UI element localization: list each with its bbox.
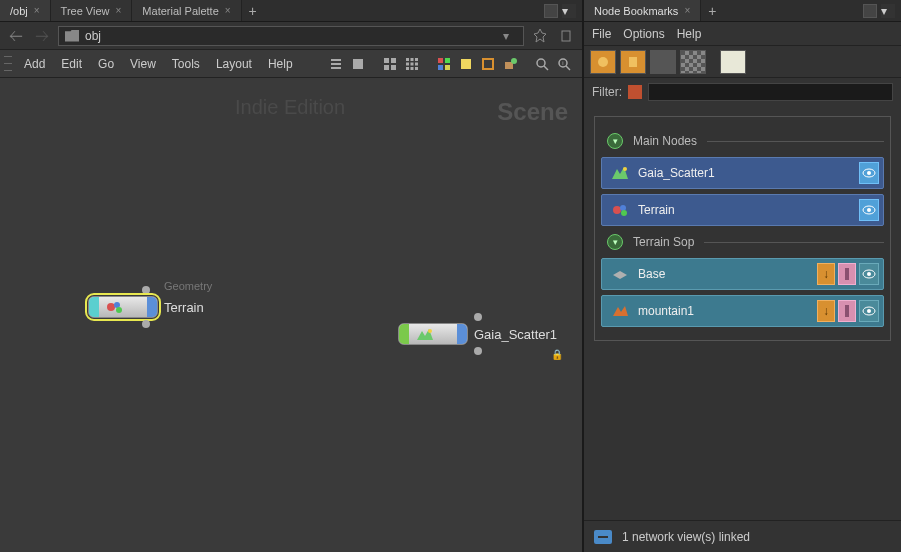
svg-rect-9 [406, 62, 409, 65]
expose-button[interactable] [556, 26, 576, 46]
tab-label: Material Palette [142, 5, 218, 17]
detail-view-icon[interactable] [348, 54, 368, 74]
filter-input[interactable] [648, 83, 893, 101]
pane-menu-button[interactable]: ▾ [562, 4, 576, 18]
left-tabs-row: /obj × Tree View × Material Palette × + … [0, 0, 582, 22]
menu-help[interactable]: Help [677, 27, 702, 41]
pane-maximize-button[interactable] [544, 4, 558, 18]
menu-go[interactable]: Go [90, 53, 122, 75]
menu-add[interactable]: Add [16, 53, 53, 75]
forward-button[interactable]: 🡢 [32, 26, 52, 46]
tag-grey-button[interactable] [650, 50, 676, 74]
pin-button[interactable] [530, 26, 550, 46]
search-icon[interactable] [532, 54, 552, 74]
network-box-icon[interactable] [478, 54, 498, 74]
tag-orange-button[interactable] [590, 50, 616, 74]
eye-button[interactable] [859, 263, 879, 285]
add-tab-button[interactable]: + [242, 3, 264, 19]
color-palette-icon[interactable] [434, 54, 454, 74]
bookmark-label: Terrain [638, 203, 851, 217]
section-toggle[interactable]: ▾ [607, 234, 623, 250]
eye-button[interactable] [859, 162, 879, 184]
chevron-down-icon[interactable]: ▾ [503, 29, 517, 43]
drag-handle-icon[interactable] [4, 54, 12, 74]
filter-icon[interactable] [628, 85, 642, 99]
back-button[interactable]: 🡠 [6, 26, 26, 46]
section-toggle[interactable]: ▾ [607, 133, 623, 149]
menu-options[interactable]: Options [623, 27, 664, 41]
tag-checker-button[interactable] [680, 50, 706, 74]
node-output-port[interactable] [142, 320, 150, 328]
svg-point-22 [511, 58, 517, 64]
right-tabs-row: Node Bookmarks × + ▾ [584, 0, 901, 22]
bookmark-base[interactable]: Base ↓ [601, 258, 884, 290]
display-flag[interactable] [89, 297, 99, 317]
sticky-note-icon[interactable] [456, 54, 476, 74]
add-tab-button[interactable]: + [701, 3, 723, 19]
render-flag[interactable] [457, 324, 467, 344]
status-text: 1 network view(s) linked [622, 530, 750, 544]
filter-row: Filter: [584, 78, 901, 106]
tag-page-button[interactable] [720, 50, 746, 74]
network-canvas[interactable]: Indie Edition Scene Geometry Terrain [0, 78, 582, 552]
svg-point-37 [621, 210, 627, 216]
close-icon[interactable]: × [684, 5, 690, 16]
pane-menu-button[interactable]: ▾ [881, 4, 895, 18]
close-icon[interactable]: × [116, 5, 122, 16]
add-item-icon[interactable] [500, 54, 520, 74]
filter-label: Filter: [592, 85, 622, 99]
menu-view[interactable]: View [122, 53, 164, 75]
bookmarks-menu-bar: File Options Help [584, 22, 901, 46]
list-view-icon[interactable] [326, 54, 346, 74]
bookmark-gaia-scatter[interactable]: Gaia_Scatter1 [601, 157, 884, 189]
tab-label: Node Bookmarks [594, 5, 678, 17]
path-input[interactable]: obj ▾ [58, 26, 524, 46]
menu-layout[interactable]: Layout [208, 53, 260, 75]
info-button[interactable] [838, 263, 856, 285]
info-search-icon[interactable]: i [554, 54, 574, 74]
menu-edit[interactable]: Edit [53, 53, 90, 75]
menu-tools[interactable]: Tools [164, 53, 208, 75]
svg-rect-43 [845, 305, 849, 317]
pane-maximize-button[interactable] [863, 4, 877, 18]
bookmark-mountain1[interactable]: mountain1 ↓ [601, 295, 884, 327]
tab-obj[interactable]: /obj × [0, 0, 51, 21]
bookmark-box: ▾ Main Nodes Gaia_Scatter1 Terrain [594, 116, 891, 341]
svg-rect-4 [384, 65, 389, 70]
node-output-port[interactable] [474, 347, 482, 355]
grid-large-icon[interactable] [402, 54, 422, 74]
svg-rect-0 [562, 31, 570, 41]
svg-rect-1 [353, 59, 363, 69]
tag-flag-button[interactable] [620, 50, 646, 74]
menu-help[interactable]: Help [260, 53, 301, 75]
tab-tree-view[interactable]: Tree View × [51, 0, 133, 21]
info-button[interactable] [838, 300, 856, 322]
close-icon[interactable]: × [225, 5, 231, 16]
render-flag[interactable] [147, 297, 157, 317]
menu-file[interactable]: File [592, 27, 611, 41]
display-flag[interactable] [399, 324, 409, 344]
node-input-port[interactable] [474, 313, 482, 321]
svg-rect-13 [411, 67, 414, 70]
eye-button[interactable] [859, 300, 879, 322]
svg-point-26 [107, 303, 115, 311]
tab-node-bookmarks[interactable]: Node Bookmarks × [584, 0, 701, 21]
section-divider [704, 242, 884, 243]
node-input-port[interactable] [142, 286, 150, 294]
watermark-context: Scene [497, 98, 568, 126]
svg-rect-18 [445, 65, 450, 70]
close-icon[interactable]: × [34, 5, 40, 16]
tab-material-palette[interactable]: Material Palette × [132, 0, 241, 21]
svg-rect-16 [445, 58, 450, 63]
down-arrow-button[interactable]: ↓ [817, 263, 835, 285]
bookmark-label: Base [638, 267, 809, 281]
bookmark-terrain[interactable]: Terrain [601, 194, 884, 226]
down-arrow-button[interactable]: ↓ [817, 300, 835, 322]
eye-button[interactable] [859, 199, 879, 221]
node-gaia-scatter[interactable]: Gaia_Scatter1 🔒 [398, 323, 557, 345]
base-icon [610, 264, 630, 284]
node-terrain[interactable]: Geometry Terrain [88, 296, 204, 318]
grid-small-icon[interactable] [380, 54, 400, 74]
svg-rect-3 [391, 58, 396, 63]
watermark-edition: Indie Edition [235, 96, 345, 119]
